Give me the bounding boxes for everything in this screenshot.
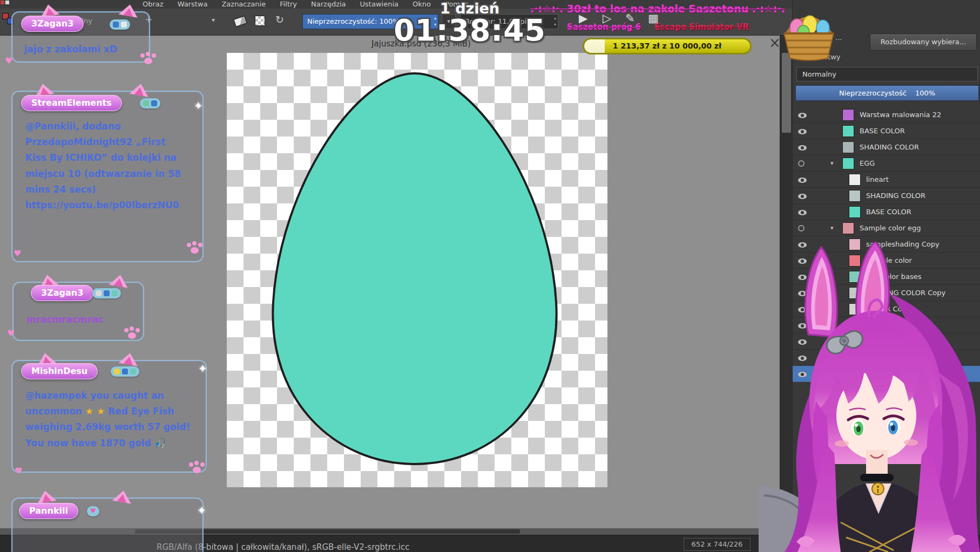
chat-badge-icons bbox=[111, 366, 139, 377]
badge-emote-icon bbox=[122, 369, 128, 374]
badge-emote-icon bbox=[121, 22, 127, 28]
layer-name: SHADING COLOR bbox=[866, 192, 925, 200]
capture-artifact-icon bbox=[1, 1, 4, 4]
capture-artifact-icon bbox=[5, 1, 9, 4]
chat-username-badge: 3Zagan3 bbox=[31, 285, 93, 301]
spinner-arrows-icon[interactable]: ▴▾ bbox=[554, 15, 556, 28]
drawing-canvas[interactable] bbox=[227, 53, 607, 487]
cat-ear-icon bbox=[129, 82, 150, 97]
layer-name: EGG bbox=[860, 159, 875, 167]
menu-ustawienia[interactable]: Ustawienia bbox=[360, 0, 398, 9]
layer-name: BASE COLOR bbox=[860, 127, 905, 135]
paw-icon bbox=[144, 58, 152, 64]
paw-icon bbox=[191, 247, 199, 254]
sparkle-icon: ✦ bbox=[198, 362, 207, 375]
chevron-expanded-icon[interactable]: ▾ bbox=[830, 160, 834, 167]
chat-message-text: @hazempek you caught an uncommon ★ ★ Red… bbox=[25, 388, 194, 451]
visibility-eye-icon[interactable] bbox=[798, 145, 807, 151]
layer-thumbnail bbox=[849, 174, 861, 186]
layer-row[interactable]: SHADING COLOR bbox=[793, 188, 980, 204]
layer-name: Sample color egg bbox=[860, 224, 921, 232]
chat-message-text: mracmracmrac bbox=[26, 312, 104, 328]
layer-blend-mode-dropdown[interactable]: Normalny bbox=[796, 67, 978, 81]
vtuber-avatar bbox=[759, 242, 980, 552]
image-dimensions-box: 652 x 744/226 bbox=[684, 538, 751, 551]
layer-opacity-value: 100% bbox=[915, 89, 935, 97]
vertical-scrollbar-thumb[interactable] bbox=[782, 53, 791, 133]
chevron-expanded-icon[interactable]: ▾ bbox=[830, 224, 834, 231]
visibility-eye-icon[interactable] bbox=[798, 160, 805, 167]
visibility-eye-icon[interactable] bbox=[798, 225, 805, 231]
badge-emote-icon bbox=[130, 369, 136, 374]
layer-name: BASE COLOR bbox=[866, 208, 911, 216]
chat-username-badge: Pannkiii bbox=[19, 503, 78, 519]
chat-username-badge: MishinDesu bbox=[21, 363, 98, 379]
badge-emote-icon bbox=[143, 100, 149, 106]
heart-icon: ♥ bbox=[15, 466, 22, 476]
layer-row[interactable]: SHADING COLOR bbox=[793, 139, 980, 155]
chat-message-text: jajo z zakolami xD bbox=[24, 42, 117, 57]
layer-row[interactable]: BASE COLOR bbox=[793, 123, 980, 139]
badge-emote-icon bbox=[113, 22, 119, 28]
layer-thumbnail bbox=[842, 109, 854, 121]
paw-icon bbox=[128, 332, 136, 339]
layer-thumbnail bbox=[849, 206, 861, 218]
game-reward-label: Escape Simulator VR bbox=[654, 22, 749, 32]
donation-goal-bar: 1 213,37 zł z 10 000,00 zł bbox=[583, 38, 752, 54]
stream-timer: 01:38:45 bbox=[391, 13, 548, 47]
sparkle-icon: ✦ bbox=[194, 99, 203, 112]
layer-name: SHADING COLOR bbox=[860, 143, 919, 151]
refresh-icon[interactable]: ↻ bbox=[275, 13, 284, 25]
cat-ear-icon bbox=[112, 489, 133, 504]
layer-name: lineart bbox=[866, 175, 889, 183]
cat-ear-icon bbox=[118, 351, 139, 366]
menu-narzedzia[interactable]: Narzędzia bbox=[311, 0, 346, 9]
chevron-down-icon[interactable]: ▾ bbox=[212, 16, 215, 24]
layer-thumbnail bbox=[842, 222, 854, 234]
checkerboard-icon[interactable] bbox=[255, 16, 265, 26]
chat-message-box: 3Zagan3 mracmracmrac ♥ bbox=[12, 282, 144, 341]
menu-obraz[interactable]: Obraz bbox=[143, 0, 164, 9]
layer-row[interactable]: Warstwa malowania 22 bbox=[793, 107, 980, 123]
sparkle-icon: ✦ bbox=[197, 504, 206, 517]
layer-row[interactable]: lineart bbox=[793, 172, 980, 188]
chat-message-box: StreamElements ✦ @Pannkiii, dodano Przed… bbox=[11, 91, 204, 262]
layer-thumbnail bbox=[849, 190, 861, 202]
heart-icon: ♥ bbox=[13, 248, 21, 258]
chat-message-text: @Pannkiii, dodano PrzedapoMidnight92 „Fi… bbox=[25, 119, 190, 213]
chat-message-box: 3Zagan3 jajo z zakolami xD ♥ bbox=[11, 11, 150, 63]
chat-badge-icons bbox=[110, 19, 130, 30]
layer-group-row[interactable]: ▾ EGG bbox=[793, 155, 980, 172]
eraser-icon[interactable] bbox=[233, 16, 247, 27]
advanced-picker-button[interactable]: Rozbudowany wybiera... bbox=[870, 33, 977, 51]
paw-icon bbox=[193, 467, 201, 473]
visibility-eye-icon[interactable] bbox=[798, 178, 807, 183]
layer-group-row[interactable]: ▾ Sample color egg bbox=[793, 220, 980, 236]
chat-message-box: MishinDesu ✦ @hazempek you caught an unc… bbox=[11, 360, 207, 473]
visibility-eye-icon[interactable] bbox=[798, 210, 807, 215]
layer-row[interactable]: BASE COLOR bbox=[793, 204, 980, 220]
chat-username-badge: StreamElements bbox=[21, 95, 122, 111]
menu-warstwa[interactable]: Warstwa bbox=[178, 0, 208, 9]
badge-emote-icon bbox=[151, 100, 157, 106]
choker bbox=[860, 474, 894, 481]
visibility-eye-icon[interactable] bbox=[798, 113, 807, 118]
chat-badge-icons bbox=[92, 288, 121, 298]
menu-zaznaczanie[interactable]: Zaznaczanie bbox=[221, 0, 266, 9]
badge-emote-icon bbox=[114, 369, 120, 374]
chat-badge-icons bbox=[140, 98, 160, 108]
star-icons: ★ ★ bbox=[85, 406, 105, 417]
cat-ear-icon bbox=[109, 273, 130, 288]
badge-emote-icon bbox=[112, 290, 118, 296]
layer-thumbnail bbox=[842, 125, 854, 137]
visibility-eye-icon[interactable] bbox=[798, 129, 807, 134]
layer-opacity-slider[interactable]: Nieprzezroczystość 100% bbox=[795, 85, 979, 101]
cat-ear-icon bbox=[35, 489, 56, 504]
heart-icon: ♥ bbox=[5, 56, 12, 66]
visibility-eye-icon[interactable] bbox=[798, 194, 807, 199]
menu-filtry[interactable]: Filtry bbox=[280, 0, 297, 9]
gimp-window: Obraz Warstwa Zaznaczanie Filtry Narzędz… bbox=[0, 0, 980, 552]
layer-name: Warstwa malowania 22 bbox=[860, 111, 941, 119]
stream-marquee-text: .·:☆:·. 30zł to los na zakole Saszetonu … bbox=[523, 3, 793, 15]
badge-emote-icon bbox=[104, 290, 110, 296]
